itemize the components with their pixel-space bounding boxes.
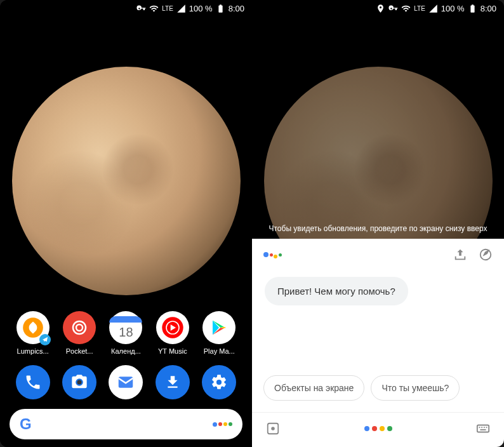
panel-header [252, 239, 504, 270]
clock-text: 8:00 [481, 4, 496, 13]
battery-icon [468, 4, 477, 13]
chip-screen-objects[interactable]: Объекты на экране [263, 375, 364, 401]
svg-point-2 [76, 324, 83, 331]
explore-icon[interactable] [479, 248, 493, 262]
inbox-tray-icon[interactable] [453, 248, 467, 262]
lens-icon[interactable] [266, 422, 280, 436]
app-row: Lumpics... Pocket... 18 Календ... YT [0, 311, 252, 355]
app-ytmusic[interactable]: YT Music [151, 311, 194, 355]
suggestion-chips: Объекты на экране Что ты умеешь? [252, 375, 504, 401]
app-playstore[interactable]: Play Ма... [197, 311, 241, 355]
playstore-icon [202, 311, 235, 344]
lumpics-icon [17, 311, 50, 344]
swipe-hint: Чтобы увидеть обновления, проведите по э… [252, 224, 504, 233]
downloads-app[interactable] [156, 365, 190, 399]
inbox-app[interactable] [109, 365, 143, 399]
svg-point-1 [73, 321, 86, 334]
status-bar: LTE 100 % 8:00 [376, 4, 496, 13]
assistant-greeting: Привет! Чем могу помочь? [265, 277, 408, 305]
google-logo-icon: G [20, 415, 32, 433]
settings-app[interactable] [202, 365, 236, 399]
calendar-icon: 18 [109, 311, 142, 344]
assistant-icon[interactable] [213, 422, 232, 427]
signal-icon [428, 4, 438, 13]
assistant-logo-icon [263, 251, 282, 258]
wifi-icon [401, 4, 411, 13]
assistant-input-bar [252, 412, 504, 447]
signal-icon [176, 4, 186, 13]
wifi-icon [149, 4, 159, 13]
app-calendar[interactable]: 18 Календ... [104, 311, 147, 355]
google-search-bar[interactable]: G [10, 409, 242, 439]
chip-what-can-you-do[interactable]: Что ты умеешь? [371, 375, 460, 401]
location-icon [376, 4, 385, 13]
battery-text: 100 % [441, 4, 465, 13]
ytmusic-icon [156, 311, 189, 344]
network-type: LTE [414, 5, 425, 12]
svg-rect-12 [484, 427, 485, 428]
svg-rect-14 [480, 429, 486, 430]
svg-rect-9 [477, 425, 489, 432]
svg-rect-10 [479, 427, 481, 428]
dock [0, 365, 252, 399]
camera-app[interactable] [62, 365, 96, 399]
mic-dots-icon[interactable] [364, 426, 392, 431]
wallpaper-planet [12, 67, 241, 295]
vpn-key-icon [136, 4, 146, 13]
battery-text: 100 % [189, 4, 213, 13]
assistant-panel: Привет! Чем могу помочь? Объекты на экра… [252, 239, 504, 447]
network-type: LTE [162, 5, 173, 12]
pocket-icon [63, 311, 96, 344]
svg-rect-13 [486, 427, 487, 428]
svg-rect-11 [481, 427, 482, 428]
svg-point-5 [77, 380, 82, 385]
home-screen: LTE 100 % 8:00 Lumpics... Pocket... [0, 0, 252, 447]
app-pocket[interactable]: Pocket... [58, 311, 101, 355]
phone-app[interactable] [16, 365, 50, 399]
assistant-screen: LTE 100 % 8:00 Чтобы увидеть обновления,… [252, 0, 504, 447]
vpn-key-icon [388, 4, 398, 13]
app-lumpics[interactable]: Lumpics... [11, 311, 55, 355]
telegram-badge-icon [39, 334, 51, 345]
battery-icon [216, 4, 225, 13]
clock-text: 8:00 [229, 4, 244, 13]
status-bar: LTE 100 % 8:00 [136, 4, 244, 13]
svg-point-8 [271, 427, 275, 430]
keyboard-icon[interactable] [476, 422, 490, 436]
